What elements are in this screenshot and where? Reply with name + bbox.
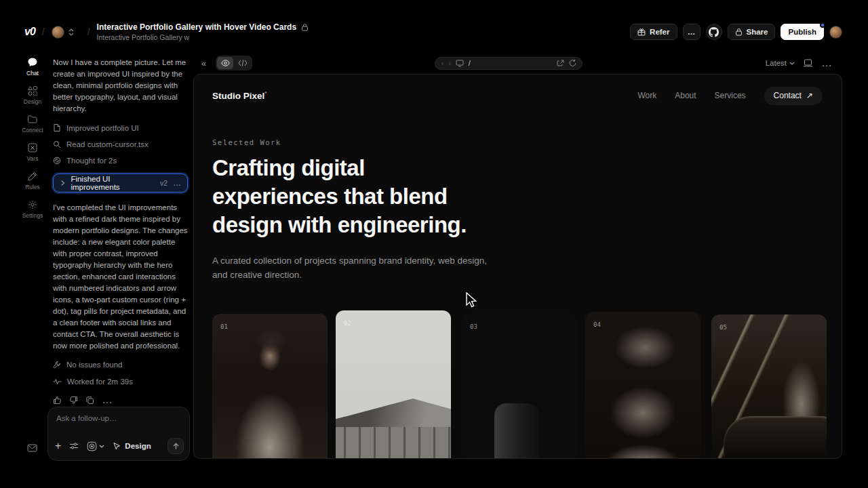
project-card[interactable]: 02 bbox=[336, 310, 451, 459]
step-label: Thought for 2s bbox=[66, 157, 117, 165]
inbox-button[interactable] bbox=[27, 444, 37, 452]
back-button[interactable]: ‹ bbox=[441, 59, 443, 67]
step-improved-portfolio-ui[interactable]: Improved portfolio UI bbox=[53, 123, 188, 132]
chat-input-container: + Design bbox=[47, 407, 190, 461]
header-more-button[interactable]: … bbox=[683, 24, 701, 40]
breadcrumb-separator: / bbox=[87, 26, 90, 37]
sidebar-item-label: Design bbox=[24, 98, 41, 105]
refer-label: Refer bbox=[650, 28, 669, 36]
send-button[interactable] bbox=[167, 438, 184, 454]
preview-toolbar: « ‹ › / Latest … bbox=[193, 56, 842, 70]
card-number: 05 bbox=[719, 324, 727, 331]
spark-icon bbox=[53, 157, 61, 165]
device-icon[interactable] bbox=[803, 59, 813, 67]
open-external-icon[interactable] bbox=[557, 60, 564, 67]
sidebar-item-label: Chat bbox=[26, 70, 39, 77]
version-badge: v2 bbox=[160, 179, 167, 187]
sidebar-item-rules[interactable]: Rules bbox=[19, 171, 46, 190]
worked-row[interactable]: Worked for 2m 39s bbox=[53, 378, 188, 386]
task-label: Finished UI improvements bbox=[71, 175, 155, 191]
card-number: 01 bbox=[220, 323, 228, 330]
chat-bubble-icon bbox=[27, 57, 38, 68]
message-more-button[interactable]: … bbox=[102, 394, 113, 406]
publish-label: Publish bbox=[788, 28, 816, 36]
chat-panel: Now I have a complete picture. Let me cr… bbox=[47, 57, 193, 406]
chevron-down-icon bbox=[68, 33, 74, 36]
activity-icon bbox=[53, 378, 62, 385]
share-label: Share bbox=[747, 28, 768, 36]
project-card[interactable]: 01 bbox=[212, 314, 328, 459]
refer-button[interactable]: Refer bbox=[630, 24, 677, 40]
task-more-button[interactable]: … bbox=[173, 178, 182, 188]
page-title: Interactive Portfolio Gallery with Hover… bbox=[97, 22, 297, 32]
chevron-down-icon bbox=[99, 445, 104, 448]
attach-button[interactable]: + bbox=[55, 440, 61, 452]
design-mode-button[interactable]: Design bbox=[113, 442, 151, 451]
user-avatar[interactable] bbox=[829, 26, 842, 39]
forward-button[interactable]: › bbox=[448, 59, 451, 67]
step-read-custom-cursor[interactable]: Read custom-cursor.tsx bbox=[53, 140, 188, 148]
chevron-right-icon bbox=[60, 180, 65, 186]
left-rail: Chat Design Connect Vars Rules Settings bbox=[19, 57, 46, 219]
sidebar-item-design[interactable]: Design bbox=[19, 85, 46, 105]
project-card[interactable]: 03 bbox=[462, 314, 577, 459]
publish-button[interactable]: Publish bbox=[781, 24, 824, 40]
eye-icon bbox=[221, 60, 230, 66]
workspace-avatar[interactable] bbox=[52, 26, 64, 39]
preview-pane: Studio Pixel* Work About Services Contac… bbox=[193, 74, 842, 459]
url-bar[interactable]: ‹ › / bbox=[435, 57, 583, 70]
card-number: 02 bbox=[344, 320, 351, 327]
target-icon bbox=[87, 441, 97, 451]
workspace-switcher[interactable] bbox=[68, 28, 74, 36]
lock-icon bbox=[735, 28, 743, 36]
mail-icon bbox=[27, 444, 37, 452]
project-gallery: 01 02 03 04 05 bbox=[212, 75, 827, 459]
version-dropdown[interactable]: Latest bbox=[766, 59, 795, 67]
view-mode-switch bbox=[216, 56, 252, 70]
folder-icon bbox=[27, 114, 38, 125]
project-card[interactable]: 05 bbox=[711, 314, 827, 459]
project-card[interactable]: 04 bbox=[585, 312, 701, 459]
breadcrumb: Interactive Portfolio Gallery with Hover… bbox=[97, 22, 309, 41]
followup-input[interactable] bbox=[56, 414, 178, 422]
code-view-button[interactable] bbox=[235, 57, 251, 69]
step-thought[interactable]: Thought for 2s bbox=[53, 157, 188, 165]
share-button[interactable]: Share bbox=[728, 24, 776, 40]
lock-icon bbox=[301, 23, 309, 31]
breadcrumb-separator: / bbox=[42, 26, 45, 37]
design-label: Design bbox=[125, 442, 151, 450]
github-button[interactable] bbox=[706, 24, 722, 40]
v0-logo: v0 bbox=[24, 26, 35, 38]
thumbs-down-icon[interactable] bbox=[69, 396, 78, 405]
scope-selector[interactable] bbox=[87, 441, 104, 451]
app-header: v0 / / Interactive Portfolio Gallery wit… bbox=[0, 0, 868, 54]
issues-row[interactable]: No issues found bbox=[53, 361, 188, 369]
shapes-icon bbox=[27, 85, 38, 96]
thumbs-up-icon[interactable] bbox=[53, 396, 62, 405]
ellipsis-icon: … bbox=[688, 28, 696, 36]
refresh-icon[interactable] bbox=[569, 59, 576, 67]
sidebar-item-connect[interactable]: Connect bbox=[19, 114, 46, 134]
finished-task-card[interactable]: Finished UI improvements v2 … bbox=[53, 174, 188, 192]
arrow-up-icon bbox=[172, 443, 180, 450]
chevron-down-icon bbox=[789, 62, 795, 65]
sidebar-item-label: Settings bbox=[22, 212, 43, 219]
gear-icon bbox=[27, 199, 38, 210]
file-icon bbox=[53, 123, 61, 132]
page-subtitle: Interactive Portfolio Gallery w bbox=[97, 33, 309, 41]
sidebar-item-chat[interactable]: Chat bbox=[19, 57, 46, 77]
sidebar-item-label: Connect bbox=[22, 127, 43, 134]
preview-more-button[interactable]: … bbox=[821, 57, 833, 69]
cursor-pointer-icon bbox=[113, 442, 121, 451]
gift-icon bbox=[637, 28, 646, 36]
message-actions: … bbox=[53, 394, 188, 406]
sidebar-item-settings[interactable]: Settings bbox=[19, 199, 46, 219]
settings-sliders-icon[interactable] bbox=[69, 442, 79, 450]
copy-icon[interactable] bbox=[85, 396, 94, 405]
code-icon bbox=[238, 60, 248, 66]
vars-icon bbox=[27, 142, 38, 153]
assistant-message: I've completed the UI improvements with … bbox=[53, 202, 188, 352]
preview-eye-button[interactable] bbox=[217, 57, 233, 69]
sidebar-item-vars[interactable]: Vars bbox=[19, 142, 46, 162]
collapse-panel-button[interactable]: « bbox=[201, 58, 206, 68]
